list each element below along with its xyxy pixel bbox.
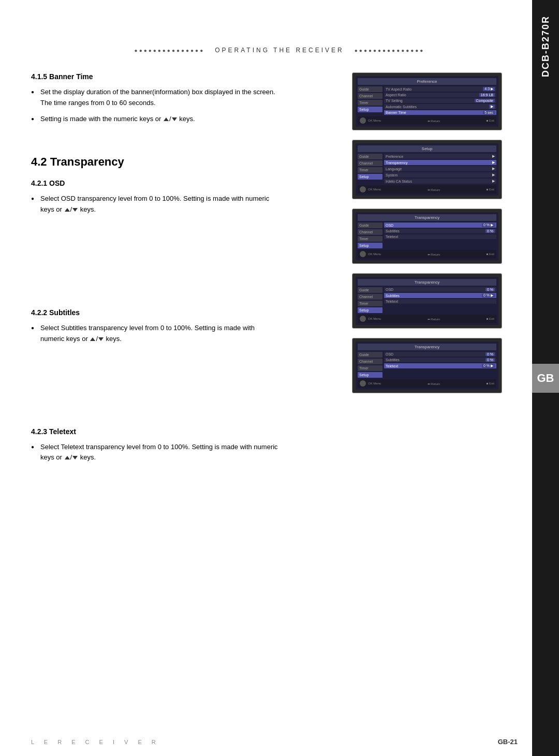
banner-time-heading: 4.1.5 Banner Time	[31, 72, 280, 81]
left-column: 4.1.5 Banner Time Set the display durati…	[31, 72, 280, 473]
s5-nav-channel: Channel	[358, 359, 383, 364]
screen5-mockup: Transparency Guide Channel Timer Setup O…	[352, 338, 502, 393]
screen5-row2: Subtitles 0 %	[384, 358, 496, 362]
footer-page-number: GB-21	[498, 738, 518, 746]
screen1-content: TV Aspect Ratio 4:3 ▶ Aspect Ratio 16:9 …	[384, 86, 496, 115]
sub-up-arrow-icon	[90, 337, 95, 341]
teletext-bullet1: Select Teletext transparency level from …	[31, 442, 280, 464]
screen4-content: OSD 0 % Subtitles 0 % ▶ Teletext	[384, 287, 496, 313]
tele-down-arrow-icon	[72, 456, 78, 459]
osd-down-arrow-icon	[72, 208, 78, 212]
banner-time-section: 4.1.5 Banner Time Set the display durati…	[31, 72, 280, 124]
screen5-nav: Guide Channel Timer Setup	[358, 352, 383, 378]
screen5-ok-icon	[360, 380, 366, 387]
s4-nav-timer: Timer	[358, 301, 383, 306]
sub-down-arrow-icon	[98, 337, 104, 341]
s4-nav-setup: Setup	[358, 307, 383, 313]
s2-nav-timer: Timer	[358, 167, 383, 173]
nav-timer: Timer	[358, 100, 383, 106]
screen3-nav: Guide Channel Timer Setup	[358, 223, 383, 248]
screen1-row4: Automatic Subtitles ▶	[384, 104, 496, 109]
s2-nav-setup: Setup	[358, 174, 383, 180]
screen2-nav: Guide Channel Timer Setup	[358, 154, 383, 184]
header-dots-left: ●●●●●●●●●●●●●●●	[135, 48, 205, 53]
screen4-ok-icon	[360, 316, 366, 322]
screen5-title: Transparency	[358, 344, 496, 350]
osd-heading: 4.2.1 OSD	[31, 179, 280, 187]
tele-up-arrow-icon	[65, 456, 70, 459]
screen3-mockup: Transparency Guide Channel Timer Setup O…	[352, 209, 502, 264]
osd-up-arrow-icon	[65, 208, 70, 212]
screen3-row2: Subtitles 0 %	[384, 229, 496, 233]
screen5-row3: Teletext 0 % ▶	[384, 363, 496, 368]
screen4-row3: Teletext	[384, 299, 496, 304]
screen3-content: OSD 0 % ▶ Subtitles 0 % Teletext	[384, 223, 496, 248]
screen2-row1: Preference ▶	[384, 154, 496, 159]
s3-nav-channel: Channel	[358, 229, 383, 235]
screen5-content: OSD 0 % Subtitles 0 % Teletext 0 % ▶	[384, 352, 496, 378]
screen2-bottom: OK Menu ⬅ Return ■ Exit	[358, 185, 496, 194]
banner-time-bullet2: Setting is made with the numeric keys or…	[31, 114, 280, 125]
header-dots-right: ●●●●●●●●●●●●●●●	[355, 48, 425, 53]
s3-nav-guide: Guide	[358, 223, 383, 228]
up-arrow-icon	[164, 117, 169, 121]
down-arrow-icon	[172, 117, 177, 121]
screen5-row1: OSD 0 %	[384, 352, 496, 357]
osd-section: 4.2.1 OSD Select OSD transparency level …	[31, 179, 280, 215]
transparency-title: 4.2 Transparency	[31, 155, 280, 169]
screen1-row1: TV Aspect Ratio 4:3 ▶	[384, 86, 496, 92]
screen3-ok-icon	[360, 251, 366, 257]
model-label: DCB-B270R	[540, 10, 551, 82]
s5-nav-timer: Timer	[358, 365, 383, 371]
screen2-mockup: Setup Guide Channel Timer Setup Preferen…	[352, 140, 502, 199]
screen3-row3: Teletext	[384, 234, 496, 239]
teletext-heading: 4.2.3 Teletext	[31, 427, 280, 436]
screen1-ok-icon	[360, 117, 366, 124]
s2-nav-channel: Channel	[358, 160, 383, 166]
screen1-title: Preference	[358, 78, 496, 85]
nav-channel: Channel	[358, 93, 383, 99]
s2-nav-guide: Guide	[358, 154, 383, 159]
main-content: 4.1.5 Banner Time Set the display durati…	[31, 72, 518, 725]
screen1-mockup: Preference Guide Channel Timer Setup TV …	[352, 72, 502, 130]
page-footer: L E R E C E I V E R GB-21	[31, 738, 518, 746]
screen1-row5: Banner Time 5 sec	[384, 110, 496, 115]
screen4-mockup: Transparency Guide Channel Timer Setup O…	[352, 273, 502, 329]
screen1-nav: Guide Channel Timer Setup	[358, 86, 383, 115]
screen4-title: Transparency	[358, 279, 496, 286]
subtitles-bullet1: Select Subtitles transparency level from…	[31, 323, 280, 345]
nav-setup: Setup	[358, 107, 383, 112]
screen1-row2: Aspect Ratio 16:9 LB	[384, 93, 496, 97]
s5-nav-setup: Setup	[358, 372, 383, 378]
screen4-nav: Guide Channel Timer Setup	[358, 287, 383, 313]
s4-nav-guide: Guide	[358, 287, 383, 293]
screen4-bottom: OK Menu ⬅ Return ■ Exit	[358, 315, 496, 323]
screen2-row2: Transparency ▶	[384, 160, 496, 165]
screen1-row3: TV Setting Composite	[384, 98, 496, 103]
screen4-row2: Subtitles 0 % ▶	[384, 293, 496, 298]
screen2-content: Preference ▶ Transparency ▶ Language ▶	[384, 154, 496, 184]
header-title: OPERATING THE RECEIVER	[215, 47, 344, 54]
screen4-row1: OSD 0 %	[384, 287, 496, 292]
s5-nav-guide: Guide	[358, 352, 383, 358]
screen3-bottom: OK Menu ⬅ Return ■ Exit	[358, 250, 496, 258]
transparency-section: 4.2 Transparency	[31, 155, 280, 169]
teletext-section: 4.2.3 Teletext Select Teletext transpare…	[31, 427, 280, 464]
screen2-row4: System ▶	[384, 172, 496, 177]
osd-bullet1: Select OSD transparency level from 0 to …	[31, 194, 280, 215]
banner-time-bullet1: Set the display duration of the banner(i…	[31, 87, 280, 109]
lang-label: GB	[532, 364, 559, 393]
s4-nav-channel: Channel	[358, 294, 383, 300]
subtitles-section: 4.2.2 Subtitles Select Subtitles transpa…	[31, 308, 280, 345]
screen2-row3: Language ▶	[384, 166, 496, 171]
screen5-bottom: OK Menu ⬅ Return ■ Exit	[358, 379, 496, 388]
screen2-ok-icon	[360, 186, 366, 192]
s3-nav-timer: Timer	[358, 236, 383, 242]
page-header: ●●●●●●●●●●●●●●● OPERATING THE RECEIVER ●…	[31, 47, 528, 54]
screen2-row5: Irdeto CA Status ▶	[384, 179, 496, 184]
screen3-row1: OSD 0 % ▶	[384, 223, 496, 228]
s3-nav-setup: Setup	[358, 243, 383, 248]
nav-guide: Guide	[358, 86, 383, 92]
footer-receiver-text: L E R E C E I V E R	[31, 739, 160, 745]
screen3-title: Transparency	[358, 214, 496, 221]
